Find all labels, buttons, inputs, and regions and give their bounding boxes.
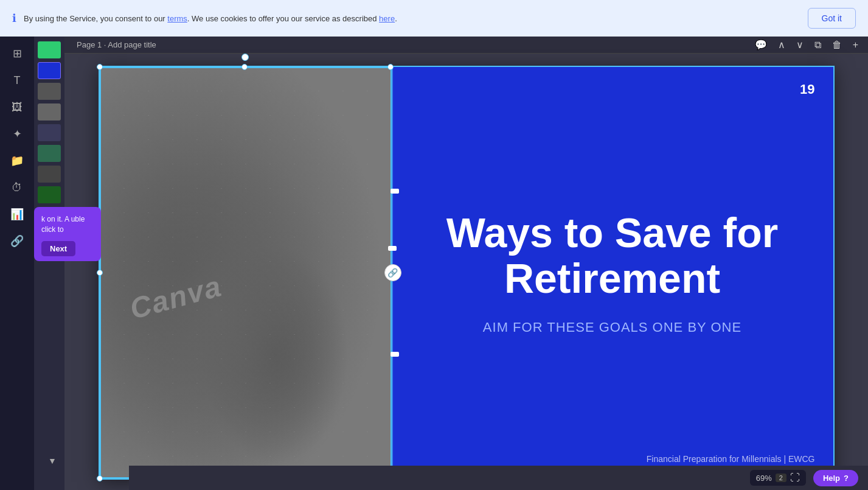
help-button[interactable]: Help ? xyxy=(813,470,858,486)
lock-icon[interactable]: 🔗 xyxy=(384,264,401,281)
thumbnail-6[interactable] xyxy=(38,145,61,162)
slide[interactable]: Canva xyxy=(99,66,835,480)
banner-text-before: By using the Service, you consent to our xyxy=(24,14,167,23)
banner-text: By using the Service, you consent to our… xyxy=(24,14,800,23)
sidebar-icon-uploads[interactable]: 📁 xyxy=(5,149,29,173)
thumbnail-panel xyxy=(34,37,64,490)
sidebar-icon-links[interactable]: 🔗 xyxy=(5,229,29,253)
terms-link[interactable]: terms xyxy=(167,14,187,23)
banner-text-end: . xyxy=(395,14,397,23)
handle-corner-bl[interactable] xyxy=(97,475,103,481)
slide-left-image: Canva xyxy=(100,67,392,478)
left-sidebar: ⊞ T 🖼 ✦ 📁 ⏱ 📊 🔗 xyxy=(0,37,34,490)
page-count-badge: 2 xyxy=(776,474,786,482)
comment-button[interactable]: 💬 xyxy=(752,37,769,53)
tooltip-text: k on it. A uble click to xyxy=(41,214,94,235)
page-label: Page 1 · Add page title xyxy=(77,40,156,49)
thumbnail-3[interactable] xyxy=(38,83,61,100)
banner-text-after: . We use cookies to offer you our servic… xyxy=(187,14,379,23)
sidebar-icon-elements[interactable]: ✦ xyxy=(5,122,29,146)
delete-button[interactable]: 🗑 xyxy=(830,37,844,53)
topbar-actions: 💬 ∧ ∨ ⧉ 🗑 + xyxy=(752,37,861,53)
zoom-level: 69% xyxy=(756,474,772,483)
sidebar-icon-charts[interactable]: 📊 xyxy=(5,202,29,226)
slide-number: 19 xyxy=(800,82,814,97)
slide-right-content: 19 Ways to Save for Retirement AIM FOR T… xyxy=(392,67,833,478)
canvas-topbar: Page 1 · Add page title 💬 ∧ ∨ ⧉ 🗑 + xyxy=(64,37,868,54)
info-icon: ℹ xyxy=(12,12,16,25)
main-area: Page 1 · Add page title 💬 ∧ ∨ ⧉ 🗑 + xyxy=(64,37,868,490)
scroll-down-arrow[interactable]: ▼ xyxy=(41,456,63,466)
purple-tooltip: k on it. A uble click to Next xyxy=(34,207,101,261)
duplicate-button[interactable]: ⧉ xyxy=(812,37,824,53)
sidebar-icon-apps[interactable]: ⊞ xyxy=(5,41,29,66)
thumbnail-4[interactable] xyxy=(38,103,61,121)
sidebar-icon-media[interactable]: 🖼 xyxy=(5,95,29,119)
chevron-up-button[interactable]: ∧ xyxy=(776,37,788,53)
canvas-wrapper: Canva xyxy=(64,54,868,490)
bottom-bar: 69% 2 ⛶ Help ? xyxy=(129,466,868,490)
here-link[interactable]: here xyxy=(379,14,395,23)
help-icon: ? xyxy=(844,474,849,483)
handle-corner-tr[interactable] xyxy=(387,64,394,70)
slide-subtitle: AIM FOR THESE GOALS ONE BY ONE xyxy=(483,320,741,335)
next-button[interactable]: Next xyxy=(41,241,75,256)
zoom-indicator[interactable]: 69% 2 ⛶ xyxy=(750,470,806,486)
add-page-button[interactable]: + xyxy=(850,37,861,53)
thumbnail-2[interactable] xyxy=(38,62,61,79)
handle-mid-left[interactable] xyxy=(97,270,103,276)
cookie-banner: ℹ By using the Service, you consent to o… xyxy=(0,0,868,37)
thumbnail-8[interactable] xyxy=(38,186,61,203)
got-it-button[interactable]: Got it xyxy=(808,8,856,29)
rotate-handle[interactable] xyxy=(241,54,249,61)
slide-footer: Financial Preparation for Millennials | … xyxy=(647,454,815,464)
handle-corner-tl[interactable] xyxy=(97,64,103,70)
fullscreen-button[interactable]: ⛶ xyxy=(790,472,800,483)
crosshatch-overlay xyxy=(100,67,392,478)
chevron-down-button[interactable]: ∨ xyxy=(794,37,806,53)
slide-title: Ways to Save for Retirement xyxy=(416,210,809,301)
thumbnail-5[interactable] xyxy=(38,124,61,141)
sidebar-icon-text[interactable]: T xyxy=(5,68,29,93)
handle-mid-top[interactable] xyxy=(241,64,248,70)
thumbnail-1[interactable] xyxy=(38,41,61,58)
thumbnail-7[interactable] xyxy=(38,166,61,183)
sidebar-icon-timer[interactable]: ⏱ xyxy=(5,175,29,200)
help-label: Help xyxy=(823,474,840,483)
